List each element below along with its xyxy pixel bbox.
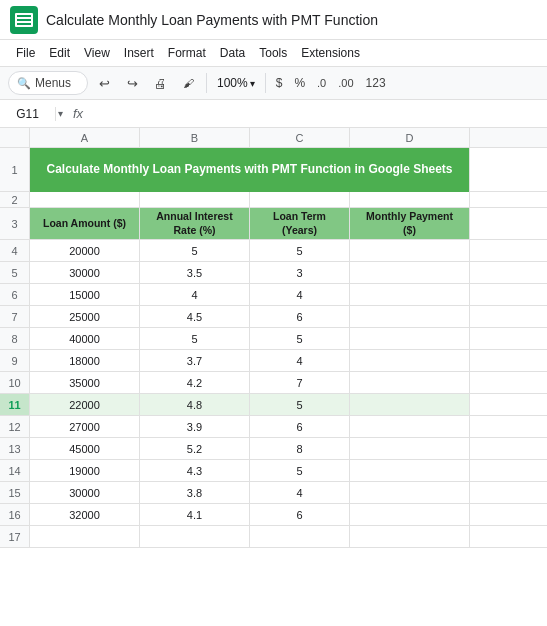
cell-8-b[interactable]: 5: [140, 328, 250, 349]
col-header-row: A B C D: [0, 128, 547, 148]
cell-12-c[interactable]: 6: [250, 416, 350, 437]
cell-ref-dropdown-icon[interactable]: ▾: [58, 108, 63, 119]
cell-4-a[interactable]: 20000: [30, 240, 140, 261]
cell-5-c[interactable]: 3: [250, 262, 350, 283]
cell-14-b[interactable]: 4.3: [140, 460, 250, 481]
col-header-d[interactable]: D: [350, 128, 470, 147]
print-button[interactable]: 🖨: [148, 71, 172, 95]
cell-2d[interactable]: [350, 192, 470, 207]
search-menus[interactable]: 🔍 Menus: [8, 71, 88, 95]
menu-insert[interactable]: Insert: [118, 44, 160, 62]
cell-16-b[interactable]: 4.1: [140, 504, 250, 525]
row-num-3: 3: [0, 208, 30, 239]
more-formats-button[interactable]: 123: [362, 76, 390, 90]
header-b[interactable]: Annual Interest Rate (%): [140, 208, 250, 239]
menu-data[interactable]: Data: [214, 44, 251, 62]
cell-reference[interactable]: G11: [6, 107, 56, 121]
spreadsheet-title-cell[interactable]: Calculate Monthly Loan Payments with PMT…: [30, 148, 470, 192]
redo-button[interactable]: ↪: [120, 71, 144, 95]
cell-17-b[interactable]: [140, 526, 250, 547]
menu-format[interactable]: Format: [162, 44, 212, 62]
table-row: 4 20000 5 5: [0, 240, 547, 262]
cell-9-b[interactable]: 3.7: [140, 350, 250, 371]
cell-8-d[interactable]: [350, 328, 470, 349]
cell-13-a[interactable]: 45000: [30, 438, 140, 459]
paint-format-button[interactable]: 🖌: [176, 71, 200, 95]
cell-7-c[interactable]: 6: [250, 306, 350, 327]
cell-5-b[interactable]: 3.5: [140, 262, 250, 283]
cell-8-a[interactable]: 40000: [30, 328, 140, 349]
cell-10-d[interactable]: [350, 372, 470, 393]
header-d[interactable]: Monthly Payment ($): [350, 208, 470, 239]
decimal-decrease-button[interactable]: .0: [313, 77, 330, 89]
header-c[interactable]: Loan Term (Years): [250, 208, 350, 239]
cell-6-c[interactable]: 4: [250, 284, 350, 305]
cell-7-b[interactable]: 4.5: [140, 306, 250, 327]
cell-7-d[interactable]: [350, 306, 470, 327]
cell-14-a[interactable]: 19000: [30, 460, 140, 481]
cell-4-c[interactable]: 5: [250, 240, 350, 261]
cell-15-d[interactable]: [350, 482, 470, 503]
cell-16-c[interactable]: 6: [250, 504, 350, 525]
cell-4-b[interactable]: 5: [140, 240, 250, 261]
cell-6-a[interactable]: 15000: [30, 284, 140, 305]
cell-16-d[interactable]: [350, 504, 470, 525]
cell-17-d[interactable]: [350, 526, 470, 547]
zoom-control[interactable]: 100% ▾: [213, 76, 259, 90]
cell-12-d[interactable]: [350, 416, 470, 437]
cell-11-b[interactable]: 4.8: [140, 394, 250, 415]
cell-17-a[interactable]: [30, 526, 140, 547]
cell-2b[interactable]: [140, 192, 250, 207]
cell-10-b[interactable]: 4.2: [140, 372, 250, 393]
cell-13-d[interactable]: [350, 438, 470, 459]
cell-11-c[interactable]: 5: [250, 394, 350, 415]
table-row: 8 40000 5 5: [0, 328, 547, 350]
cell-7-a[interactable]: 25000: [30, 306, 140, 327]
col-header-a[interactable]: A: [30, 128, 140, 147]
undo-button[interactable]: ↩: [92, 71, 116, 95]
row-num-10: 10: [0, 372, 30, 393]
cell-8-c[interactable]: 5: [250, 328, 350, 349]
cell-11-d[interactable]: [350, 394, 470, 415]
cell-15-c[interactable]: 4: [250, 482, 350, 503]
cell-5-d[interactable]: [350, 262, 470, 283]
cell-14-d[interactable]: [350, 460, 470, 481]
table-row: 14 19000 4.3 5: [0, 460, 547, 482]
decimal-increase-button[interactable]: .00: [334, 77, 357, 89]
cell-13-c[interactable]: 8: [250, 438, 350, 459]
cell-15-b[interactable]: 3.8: [140, 482, 250, 503]
dollar-format-button[interactable]: $: [272, 76, 287, 90]
percent-format-button[interactable]: %: [290, 76, 309, 90]
cell-9-a[interactable]: 18000: [30, 350, 140, 371]
cell-12-a[interactable]: 27000: [30, 416, 140, 437]
title-bar: Calculate Monthly Loan Payments with PMT…: [0, 0, 547, 40]
cell-10-a[interactable]: 35000: [30, 372, 140, 393]
row-num-14: 14: [0, 460, 30, 481]
cell-17-c[interactable]: [250, 526, 350, 547]
cell-15-a[interactable]: 30000: [30, 482, 140, 503]
menu-edit[interactable]: Edit: [43, 44, 76, 62]
cell-9-c[interactable]: 4: [250, 350, 350, 371]
table-row: 11 22000 4.8 5: [0, 394, 547, 416]
cell-11-a[interactable]: 22000: [30, 394, 140, 415]
cell-10-c[interactable]: 7: [250, 372, 350, 393]
cell-2c[interactable]: [250, 192, 350, 207]
menu-view[interactable]: View: [78, 44, 116, 62]
col-header-c[interactable]: C: [250, 128, 350, 147]
cell-5-a[interactable]: 30000: [30, 262, 140, 283]
cell-13-b[interactable]: 5.2: [140, 438, 250, 459]
cell-16-a[interactable]: 32000: [30, 504, 140, 525]
menu-tools[interactable]: Tools: [253, 44, 293, 62]
cell-2a[interactable]: [30, 192, 140, 207]
menu-extensions[interactable]: Extensions: [295, 44, 366, 62]
cell-6-d[interactable]: [350, 284, 470, 305]
header-a[interactable]: Loan Amount ($): [30, 208, 140, 239]
cell-12-b[interactable]: 3.9: [140, 416, 250, 437]
cell-14-c[interactable]: 5: [250, 460, 350, 481]
cell-6-b[interactable]: 4: [140, 284, 250, 305]
row-num-15: 15: [0, 482, 30, 503]
col-header-b[interactable]: B: [140, 128, 250, 147]
menu-file[interactable]: File: [10, 44, 41, 62]
cell-9-d[interactable]: [350, 350, 470, 371]
cell-4-d[interactable]: [350, 240, 470, 261]
